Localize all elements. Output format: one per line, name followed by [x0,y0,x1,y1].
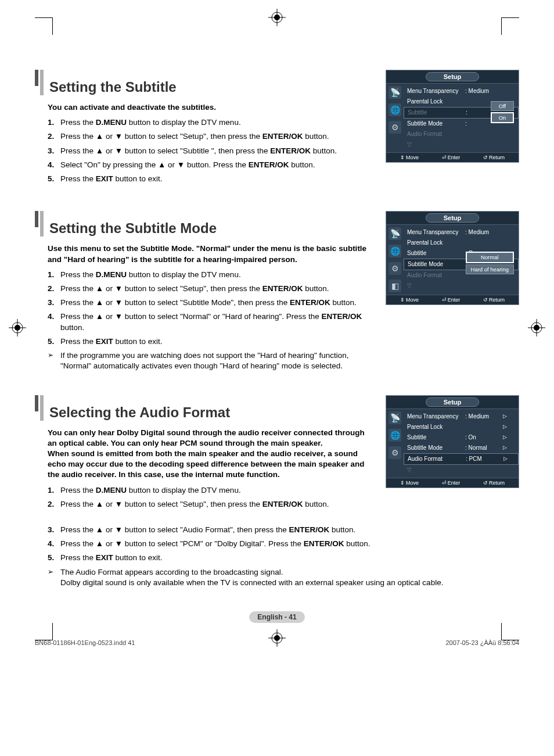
osd-footer-enter: Enter [442,480,461,486]
step-item: Press the D.MENU button to display the D… [48,117,374,128]
manual-page: Setting the Subtitle You can activate an… [0,0,554,658]
osd-setup-screenshot: Setup 📡 🌐 ⚙ Menu Transparency: Medium▷Pa… [386,395,519,488]
step-item: Press the D.MENU button to display the D… [48,270,374,280]
osd-gear-icon: ⚙ [388,121,401,134]
osd-setup-screenshot: Setup 📡 🌐 ⚙ Menu Transparency: MediumPar… [386,70,519,163]
steps-list: Press the D.MENU button to display the D… [48,117,374,184]
osd-option: Normal [466,252,514,263]
osd-footer-move: Move [400,155,419,160]
osd-more-icon: ◧ [388,280,401,292]
step-item: Press the ▲ or ▼ button to select "Audio… [48,525,519,535]
step-item: Press the ▲ or ▼ button to select "Norma… [48,311,374,332]
osd-row: Menu Transparency: Medium [407,86,515,96]
steps-list: Press the D.MENU button to display the D… [48,270,374,347]
step-item: Press the EXIT button to exit. [48,336,374,347]
osd-footer-return: Return [483,297,505,303]
step-item: Press the ▲ or ▼ button to select "Subti… [48,298,374,308]
step-item: Press the ▲ or ▼ button to select "Subti… [48,146,374,156]
step-item: Select "On" by pressing the ▲ or ▼ butto… [48,160,374,170]
osd-footer-enter: Enter [442,297,461,303]
osd-antenna-icon: 📡 [388,86,401,99]
section-heading: Setting the Subtitle Mode [35,211,374,237]
footer-filename: BN68-01186H-01Eng-0523.indd 41 [35,639,135,646]
osd-gear-icon: ⚙ [388,262,401,275]
step-item: Press the ▲ or ▼ button to select "Setup… [48,131,374,142]
osd-footer-return: Return [483,155,505,160]
osd-row: Subtitle Mode: Normal▷ [407,443,515,453]
osd-option: Off [491,101,514,111]
section-heading: Setting the Subtitle [35,70,374,95]
osd-globe-icon: 🌐 [388,429,401,442]
osd-footer-move: Move [400,480,419,486]
step-item: Press the ▲ or ▼ button to select "Setup… [48,284,374,294]
note-item: If the programme you are watching does n… [48,350,374,371]
osd-globe-icon: 🌐 [388,245,401,257]
osd-footer-enter: Enter [442,155,461,160]
osd-gear-icon: ⚙ [388,446,401,459]
steps-list: Press the D.MENU button to display the D… [48,485,374,510]
osd-row: Menu Transparency: Medium [407,227,515,238]
osd-antenna-icon: 📡 [388,227,401,240]
section-title: Setting the Subtitle Mode [49,220,217,237]
section-heading: Selecting the Audio Format [35,395,374,421]
osd-option: Hard of hearing [466,264,514,274]
osd-antenna-icon: 📡 [388,411,401,424]
osd-globe-icon: 🌐 [388,103,401,116]
print-footer: BN68-01186H-01Eng-0523.indd 41 2007-05-2… [0,639,554,646]
step-item: Press the EXIT button to exit. [48,553,519,563]
step-item: Press the ▲ or ▼ button to select "PCM" … [48,539,519,549]
osd-option-stack: NormalHard of hearing [465,252,514,274]
footer-timestamp: 2007-05-23 ¿ÀÀü 8:56:04 [445,639,519,646]
section-intro: You can activate and deactivate the subt… [48,102,374,113]
osd-footer-move: Move [400,297,419,303]
osd-row: Subtitle: On▷ [407,432,515,443]
step-item: Press the D.MENU button to display the D… [48,485,374,496]
step-item: Press the EXIT button to exit. [48,174,374,184]
section-intro: Use this menu to set the Subtitle Mode. … [48,243,374,264]
osd-row: Menu Transparency: Medium▷ [407,411,515,422]
osd-option-selected: On [491,112,514,123]
osd-option-stack: OffOn [490,101,514,123]
section-title: Setting the Subtitle [49,79,177,95]
steps-list-continued: Press the ▲ or ▼ button to select "Audio… [48,525,519,564]
osd-setup-screenshot: Setup 📡 🌐 ⚙ ◧ Menu Transparency: MediumP… [386,211,519,305]
osd-row: Parental Lock▷ [407,422,515,432]
step-item: Press the ▲ or ▼ button to select "Setup… [48,499,374,510]
osd-highlight-row: Audio Format: PCM▷ [404,453,519,465]
osd-title: Setup [426,213,480,223]
osd-row: Parental Lock [407,238,515,248]
note-item: The Audio Format appears according to th… [48,567,519,588]
osd-footer-return: Return [483,480,505,486]
section-title: Selecting the Audio Format [49,404,230,421]
osd-title: Setup [426,397,480,407]
page-number-pill: English - 41 [35,611,519,623]
page-number: English - 41 [249,611,304,623]
section-intro: You can only hear Dolby Digital sound th… [48,428,374,481]
osd-title: Setup [426,72,480,81]
osd-row: Audio Format [407,129,515,139]
